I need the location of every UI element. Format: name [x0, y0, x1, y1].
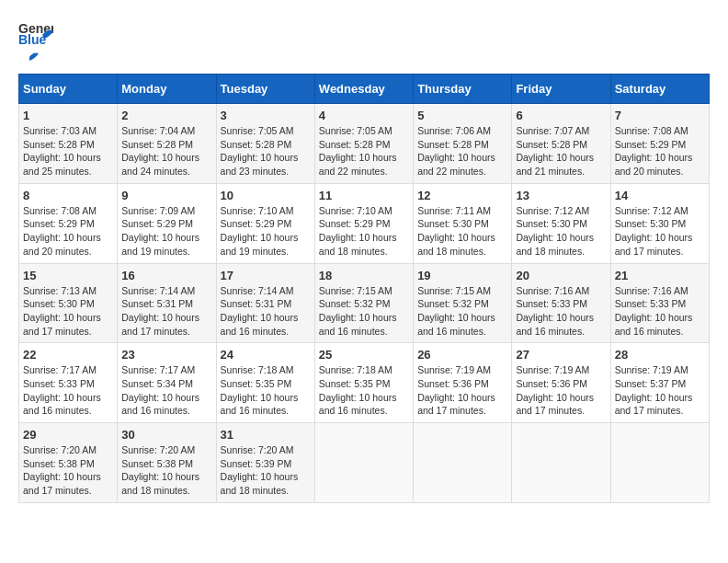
- day-number: 20: [516, 269, 606, 282]
- calendar-cell: 10Sunrise: 7:10 AMSunset: 5:29 PMDayligh…: [216, 183, 314, 263]
- logo: General Blue: [18, 18, 53, 64]
- day-info: Sunrise: 7:10 AMSunset: 5:29 PMDaylight:…: [221, 204, 311, 259]
- day-number: 29: [23, 428, 113, 442]
- calendar-cell: 7Sunrise: 7:08 AMSunset: 5:29 PMDaylight…: [610, 104, 709, 184]
- day-info: Sunrise: 7:05 AMSunset: 5:28 PMDaylight:…: [221, 124, 311, 178]
- calendar-cell: 26Sunrise: 7:19 AMSunset: 5:36 PMDayligh…: [414, 343, 512, 423]
- calendar-cell: 1Sunrise: 7:03 AMSunset: 5:28 PMDaylight…: [19, 104, 118, 184]
- day-number: 11: [319, 189, 409, 202]
- calendar-cell: 24Sunrise: 7:18 AMSunset: 5:35 PMDayligh…: [216, 343, 314, 423]
- header-thursday: Thursday: [414, 75, 512, 104]
- day-info: Sunrise: 7:15 AMSunset: 5:32 PMDaylight:…: [417, 284, 507, 339]
- calendar-cell: 17Sunrise: 7:14 AMSunset: 5:31 PMDayligh…: [216, 263, 314, 343]
- calendar-cell: 18Sunrise: 7:15 AMSunset: 5:32 PMDayligh…: [314, 263, 413, 343]
- day-info: Sunrise: 7:19 AMSunset: 5:37 PMDaylight:…: [615, 363, 705, 418]
- day-number: 1: [23, 109, 113, 122]
- calendar-cell: 6Sunrise: 7:07 AMSunset: 5:28 PMDaylight…: [512, 104, 610, 184]
- day-number: 8: [23, 189, 113, 202]
- day-number: 2: [121, 109, 211, 122]
- day-number: 7: [615, 109, 705, 122]
- calendar-cell: 22Sunrise: 7:17 AMSunset: 5:33 PMDayligh…: [19, 343, 118, 423]
- calendar-week-2: 8Sunrise: 7:08 AMSunset: 5:29 PMDaylight…: [19, 183, 710, 263]
- header-friday: Friday: [512, 75, 610, 104]
- calendar-cell: 28Sunrise: 7:19 AMSunset: 5:37 PMDayligh…: [610, 343, 709, 423]
- calendar-week-3: 15Sunrise: 7:13 AMSunset: 5:30 PMDayligh…: [19, 263, 710, 343]
- calendar-cell: 13Sunrise: 7:12 AMSunset: 5:30 PMDayligh…: [512, 183, 610, 263]
- calendar-cell: [314, 423, 413, 503]
- day-number: 21: [615, 269, 705, 282]
- calendar-week-1: 1Sunrise: 7:03 AMSunset: 5:28 PMDaylight…: [19, 104, 710, 184]
- day-info: Sunrise: 7:15 AMSunset: 5:32 PMDaylight:…: [319, 284, 409, 339]
- day-info: Sunrise: 7:17 AMSunset: 5:33 PMDaylight:…: [23, 363, 113, 418]
- calendar-cell: 19Sunrise: 7:15 AMSunset: 5:32 PMDayligh…: [414, 263, 512, 343]
- day-number: 3: [221, 109, 311, 122]
- day-number: 17: [221, 269, 311, 282]
- day-number: 18: [319, 269, 409, 282]
- day-info: Sunrise: 7:18 AMSunset: 5:35 PMDaylight:…: [319, 363, 409, 418]
- day-info: Sunrise: 7:18 AMSunset: 5:35 PMDaylight:…: [221, 363, 311, 418]
- calendar-cell: 23Sunrise: 7:17 AMSunset: 5:34 PMDayligh…: [118, 343, 216, 423]
- page-header: General Blue: [18, 18, 710, 64]
- day-number: 31: [221, 428, 311, 442]
- calendar-cell: 12Sunrise: 7:11 AMSunset: 5:30 PMDayligh…: [414, 183, 512, 263]
- calendar-cell: 5Sunrise: 7:06 AMSunset: 5:28 PMDaylight…: [414, 104, 512, 184]
- header-tuesday: Tuesday: [216, 75, 314, 104]
- day-info: Sunrise: 7:20 AMSunset: 5:38 PMDaylight:…: [121, 443, 211, 498]
- calendar-cell: 31Sunrise: 7:20 AMSunset: 5:39 PMDayligh…: [216, 423, 314, 503]
- day-number: 13: [516, 189, 606, 202]
- day-info: Sunrise: 7:08 AMSunset: 5:29 PMDaylight:…: [23, 204, 113, 259]
- day-info: Sunrise: 7:20 AMSunset: 5:38 PMDaylight:…: [23, 443, 113, 498]
- calendar-cell: 4Sunrise: 7:05 AMSunset: 5:28 PMDaylight…: [314, 104, 413, 184]
- svg-text:Blue: Blue: [18, 32, 47, 47]
- day-info: Sunrise: 7:16 AMSunset: 5:33 PMDaylight:…: [615, 284, 705, 339]
- calendar-cell: 16Sunrise: 7:14 AMSunset: 5:31 PMDayligh…: [118, 263, 216, 343]
- day-info: Sunrise: 7:12 AMSunset: 5:30 PMDaylight:…: [615, 204, 705, 259]
- day-number: 4: [319, 109, 409, 122]
- calendar-table: SundayMondayTuesdayWednesdayThursdayFrid…: [18, 74, 710, 503]
- logo-bird-icon: [20, 50, 40, 64]
- day-number: 15: [23, 269, 113, 282]
- day-info: Sunrise: 7:19 AMSunset: 5:36 PMDaylight:…: [516, 363, 606, 418]
- day-info: Sunrise: 7:12 AMSunset: 5:30 PMDaylight:…: [516, 204, 606, 259]
- day-number: 28: [615, 348, 705, 362]
- day-number: 30: [121, 428, 211, 442]
- calendar-week-4: 22Sunrise: 7:17 AMSunset: 5:33 PMDayligh…: [19, 343, 710, 423]
- calendar-cell: 14Sunrise: 7:12 AMSunset: 5:30 PMDayligh…: [610, 183, 709, 263]
- calendar-cell: [610, 423, 709, 503]
- day-number: 12: [417, 189, 507, 202]
- calendar-cell: 3Sunrise: 7:05 AMSunset: 5:28 PMDaylight…: [216, 104, 314, 184]
- day-info: Sunrise: 7:06 AMSunset: 5:28 PMDaylight:…: [417, 124, 507, 178]
- day-number: 22: [23, 348, 113, 362]
- day-number: 24: [221, 348, 311, 362]
- calendar-cell: 11Sunrise: 7:10 AMSunset: 5:29 PMDayligh…: [314, 183, 413, 263]
- day-info: Sunrise: 7:13 AMSunset: 5:30 PMDaylight:…: [23, 284, 113, 339]
- calendar-cell: [414, 423, 512, 503]
- header-sunday: Sunday: [19, 75, 118, 104]
- header-wednesday: Wednesday: [314, 75, 413, 104]
- logo-icon: General Blue: [18, 18, 53, 48]
- calendar-cell: 15Sunrise: 7:13 AMSunset: 5:30 PMDayligh…: [19, 263, 118, 343]
- day-number: 9: [121, 189, 211, 202]
- day-info: Sunrise: 7:03 AMSunset: 5:28 PMDaylight:…: [23, 124, 113, 178]
- calendar-cell: 2Sunrise: 7:04 AMSunset: 5:28 PMDaylight…: [118, 104, 216, 184]
- calendar-cell: 20Sunrise: 7:16 AMSunset: 5:33 PMDayligh…: [512, 263, 610, 343]
- day-info: Sunrise: 7:17 AMSunset: 5:34 PMDaylight:…: [121, 363, 211, 418]
- day-info: Sunrise: 7:07 AMSunset: 5:28 PMDaylight:…: [516, 124, 606, 178]
- calendar-week-5: 29Sunrise: 7:20 AMSunset: 5:38 PMDayligh…: [19, 423, 710, 503]
- calendar-cell: 25Sunrise: 7:18 AMSunset: 5:35 PMDayligh…: [314, 343, 413, 423]
- day-info: Sunrise: 7:11 AMSunset: 5:30 PMDaylight:…: [417, 204, 507, 259]
- day-info: Sunrise: 7:19 AMSunset: 5:36 PMDaylight:…: [417, 363, 507, 418]
- calendar-cell: 21Sunrise: 7:16 AMSunset: 5:33 PMDayligh…: [610, 263, 709, 343]
- calendar-cell: 30Sunrise: 7:20 AMSunset: 5:38 PMDayligh…: [118, 423, 216, 503]
- header-monday: Monday: [118, 75, 216, 104]
- day-info: Sunrise: 7:10 AMSunset: 5:29 PMDaylight:…: [319, 204, 409, 259]
- calendar-cell: 27Sunrise: 7:19 AMSunset: 5:36 PMDayligh…: [512, 343, 610, 423]
- calendar-cell: 9Sunrise: 7:09 AMSunset: 5:29 PMDaylight…: [118, 183, 216, 263]
- day-number: 23: [121, 348, 211, 362]
- day-number: 27: [516, 348, 606, 362]
- day-number: 19: [417, 269, 507, 282]
- calendar-cell: 29Sunrise: 7:20 AMSunset: 5:38 PMDayligh…: [19, 423, 118, 503]
- day-number: 25: [319, 348, 409, 362]
- day-number: 10: [221, 189, 311, 202]
- day-info: Sunrise: 7:14 AMSunset: 5:31 PMDaylight:…: [221, 284, 311, 339]
